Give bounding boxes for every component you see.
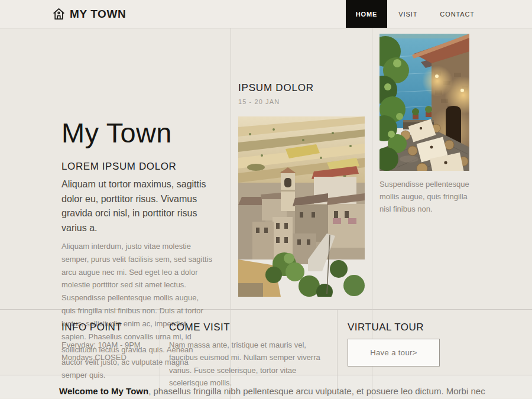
- come-visit-title: COME VISIT: [169, 322, 325, 333]
- footer-welcome-text: , phasellus fringilla nibh pellentesque …: [148, 386, 485, 396]
- nav-item-home[interactable]: HOME: [346, 0, 388, 28]
- info-point-line-1: Everyday: 10AM - 9PM: [61, 339, 160, 351]
- have-a-tour-button[interactable]: Have a tour>: [348, 339, 440, 366]
- intro-lead-paragraph: Aliquam ut tortor maximus, sagittis dolo…: [61, 177, 213, 236]
- come-visit-section: COME VISIT Nam massa ante, tristique et …: [160, 310, 337, 390]
- virtual-tour-title: VIRTUAL TOUR: [348, 322, 532, 333]
- brand-name: MY TOWN: [70, 8, 126, 21]
- nav-home-label: HOME: [356, 11, 378, 18]
- event-title: IPSUM DOLOR: [238, 82, 365, 94]
- info-point-line-2: Mondays CLOSED: [61, 351, 160, 364]
- event-date: 15 - 20 JAN: [238, 98, 365, 105]
- header: MY TOWN HOME VISIT CONTACT: [0, 0, 532, 28]
- main-nav: HOME VISIT CONTACT: [346, 0, 486, 28]
- footer-welcome-bold: Welcome to My Town: [59, 386, 148, 396]
- nav-item-visit[interactable]: VISIT: [387, 0, 429, 28]
- info-point-title: INFO POINT: [61, 322, 160, 333]
- house-icon: [52, 7, 66, 21]
- come-visit-text: Nam massa ante, tristique et mauris vel,…: [169, 339, 325, 390]
- info-band: INFO POINT Everyday: 10AM - 9PM Mondays …: [0, 309, 532, 375]
- intro-subtitle: LOREM IPSUM DOLOR: [61, 161, 213, 173]
- virtual-tour-section: VIRTUAL TOUR Have a tour>: [337, 310, 532, 390]
- brand-logo[interactable]: MY TOWN: [52, 0, 126, 28]
- seaside-terrace-photo: [379, 34, 469, 171]
- hillside-town-photo: [238, 116, 365, 297]
- info-point-hours: Everyday: 10AM - 9PM Mondays CLOSED: [61, 339, 160, 364]
- nav-visit-label: VISIT: [398, 11, 417, 18]
- main-content: My Town LOREM IPSUM DOLOR Aliquam ut tor…: [0, 28, 532, 309]
- page: MY TOWN HOME VISIT CONTACT My Town LOREM…: [0, 0, 532, 399]
- nav-item-contact[interactable]: CONTACT: [429, 0, 486, 28]
- page-title: My Town: [61, 118, 213, 148]
- nav-contact-label: CONTACT: [440, 11, 475, 18]
- info-point-section: INFO POINT Everyday: 10AM - 9PM Mondays …: [0, 310, 160, 390]
- aside-caption: Suspendisse pellentesque mollis augue, q…: [379, 178, 475, 215]
